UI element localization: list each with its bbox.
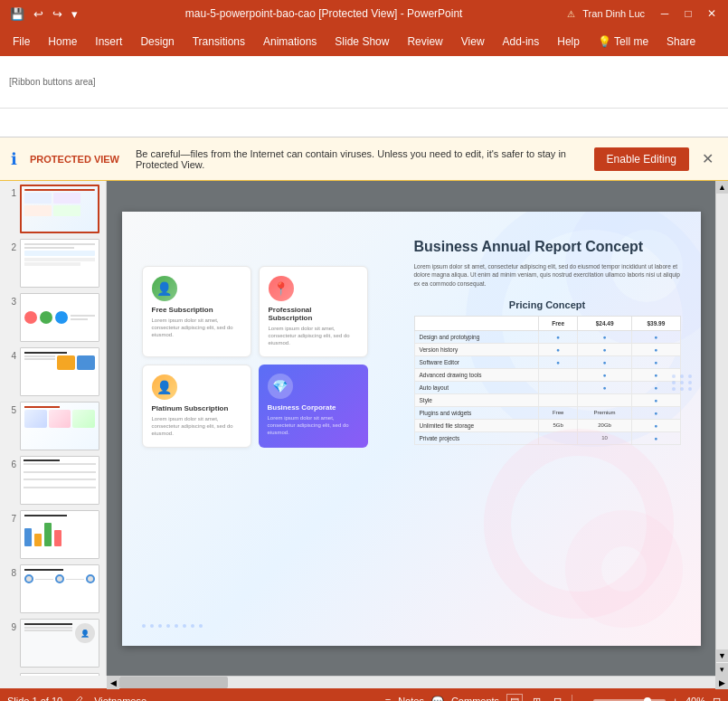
zoom-thumb: [644, 697, 651, 701]
warning-icon: ⚠: [567, 9, 575, 19]
business-text: Lorem ipsum dolor sit amet, consectetur …: [268, 414, 359, 437]
scroll-down-button[interactable]: ▼: [716, 649, 728, 662]
slide-thumb-5[interactable]: 5: [4, 402, 102, 450]
view-normal-icon[interactable]: ▤: [506, 694, 523, 702]
slide-thumb-10[interactable]: 10: [4, 673, 102, 676]
protected-view-label: PROTECTED VIEW: [30, 154, 119, 165]
scroll-end-button[interactable]: ▾: [716, 663, 728, 676]
row-col2: ●: [577, 343, 631, 355]
slide-image-4: [20, 347, 99, 396]
comments-icon[interactable]: 💬: [431, 696, 444, 702]
business-title: Business Corporate: [268, 403, 359, 412]
menu-share[interactable]: Share: [657, 32, 704, 52]
redo-icon[interactable]: ↪: [50, 7, 65, 21]
slide-thumb-8[interactable]: 8: [4, 564, 102, 613]
scroll-up-button[interactable]: ▲: [716, 181, 728, 194]
row-col3: ●: [632, 393, 680, 406]
menu-home[interactable]: Home: [39, 32, 86, 52]
enable-editing-button[interactable]: Enable Editing: [594, 147, 689, 171]
pricing-title: Pricing Concept: [414, 299, 681, 310]
slide-description: Lorem ipsum dolor sit amet, consectetur …: [414, 262, 681, 289]
slide-thumb-3[interactable]: 3: [4, 293, 102, 342]
slide-area: 👤 Free Subscription Lorem ipsum dolor si…: [107, 181, 715, 676]
menu-review[interactable]: Review: [398, 32, 451, 52]
row-col2: Premium: [577, 406, 631, 419]
username: Tran Dinh Luc: [582, 8, 645, 19]
close-button[interactable]: ✕: [703, 6, 721, 21]
h-scroll-thumb[interactable]: [119, 677, 228, 688]
title-bar: 💾 ↩ ↪ ▾ mau-5-powerpoint-bao-cao [Protec…: [0, 0, 728, 27]
row-feature: Design and prototyping: [414, 330, 539, 343]
slide-num-4: 4: [4, 347, 16, 361]
slide-image-3: [20, 293, 99, 342]
slide-num-3: 3: [4, 293, 16, 307]
customize-icon[interactable]: ▾: [69, 7, 80, 21]
platinum-icon: 👤: [152, 374, 177, 400]
menu-animations[interactable]: Animations: [254, 32, 326, 52]
horizontal-scrollbar[interactable]: ◀ ▶: [107, 676, 728, 688]
banner-close-button[interactable]: ✕: [698, 150, 717, 167]
zoom-out-icon[interactable]: −: [580, 696, 585, 701]
slide-num-5: 5: [4, 402, 16, 415]
status-bar: Slide 1 of 10 🖊 Vietnamese ≡ Notes 💬 Com…: [0, 688, 728, 701]
menu-file[interactable]: File: [4, 32, 39, 52]
slide-thumb-4[interactable]: 4: [4, 347, 102, 396]
zoom-in-icon[interactable]: +: [673, 696, 678, 701]
scroll-left-button[interactable]: ◀: [107, 677, 119, 689]
col-header-mid: $24.49: [577, 316, 631, 330]
notes-icon[interactable]: ≡: [385, 696, 391, 701]
menu-help[interactable]: Help: [548, 32, 589, 52]
scroll-right-button[interactable]: ▶: [715, 677, 728, 689]
platinum-text: Lorem ipsum dolor sit amet, consectetur …: [152, 415, 241, 438]
menu-transitions[interactable]: Transitions: [184, 32, 254, 52]
slide-thumb-9[interactable]: 9 👤: [4, 619, 102, 668]
row-col1: [539, 431, 578, 444]
row-col1: ●: [539, 355, 578, 368]
cards-section: 👤 Free Subscription Lorem ipsum dolor si…: [142, 266, 368, 448]
notes-label[interactable]: Notes: [398, 696, 424, 701]
slide-thumb-1[interactable]: 1: [4, 185, 102, 233]
slide-panel[interactable]: 1 2: [0, 181, 107, 676]
row-col2: 10: [577, 431, 631, 444]
row-feature: Advanced drawing tools: [414, 368, 539, 381]
table-row: Design and prototyping●●●: [414, 330, 680, 343]
slide-num-7: 7: [4, 510, 16, 524]
col-header-feature: [414, 316, 539, 330]
undo-icon[interactable]: ↩: [31, 7, 46, 21]
menu-view[interactable]: View: [452, 32, 494, 52]
right-section: Business Annual Report Concept Lorem ips…: [414, 239, 681, 445]
menu-design[interactable]: Design: [131, 32, 183, 52]
slide-thumb-6[interactable]: 6: [4, 456, 102, 505]
row-col1: ●: [539, 343, 578, 355]
business-icon: 💎: [268, 374, 293, 399]
window-controls: ─ □ ✕: [656, 6, 721, 21]
slide-canvas: 👤 Free Subscription Lorem ipsum dolor si…: [122, 212, 701, 646]
col-header-free: Free: [539, 316, 578, 330]
minimize-button[interactable]: ─: [656, 6, 674, 21]
professional-subscription-card: 📍 Professional Subscription Lorem ipsum …: [259, 266, 368, 357]
zoom-level: 40%: [685, 696, 705, 701]
slide-image-10: [20, 673, 99, 676]
vertical-scrollbar[interactable]: ▲ ▼ ▾: [715, 181, 728, 676]
fit-icon[interactable]: ⊡: [713, 696, 721, 702]
slide-image-6: [20, 456, 99, 505]
slide-image-9: 👤: [20, 619, 99, 668]
scroll-track[interactable]: [716, 194, 728, 649]
maximize-button[interactable]: □: [679, 6, 697, 21]
row-feature: Plugins and widgets: [414, 406, 539, 419]
comments-label[interactable]: Comments: [451, 696, 499, 701]
view-reading-icon[interactable]: ⊟: [551, 695, 564, 702]
menu-addins[interactable]: Add-ins: [494, 32, 549, 52]
h-scroll-track[interactable]: [119, 677, 715, 688]
table-row: Auto layout●●: [414, 381, 680, 393]
row-col3: ●: [632, 419, 680, 431]
row-col3: ●: [632, 355, 680, 368]
menu-slideshow[interactable]: Slide Show: [326, 32, 398, 52]
slide-thumb-7[interactable]: 7: [4, 510, 102, 559]
menu-tellme[interactable]: 💡 Tell me: [589, 32, 657, 52]
slide-thumb-2[interactable]: 2: [4, 239, 102, 288]
view-grid-icon[interactable]: ⊞: [530, 695, 544, 702]
menu-insert[interactable]: Insert: [86, 32, 131, 52]
status-left: Slide 1 of 10 🖊 Vietnamese: [7, 696, 374, 701]
save-icon[interactable]: 💾: [7, 7, 27, 21]
